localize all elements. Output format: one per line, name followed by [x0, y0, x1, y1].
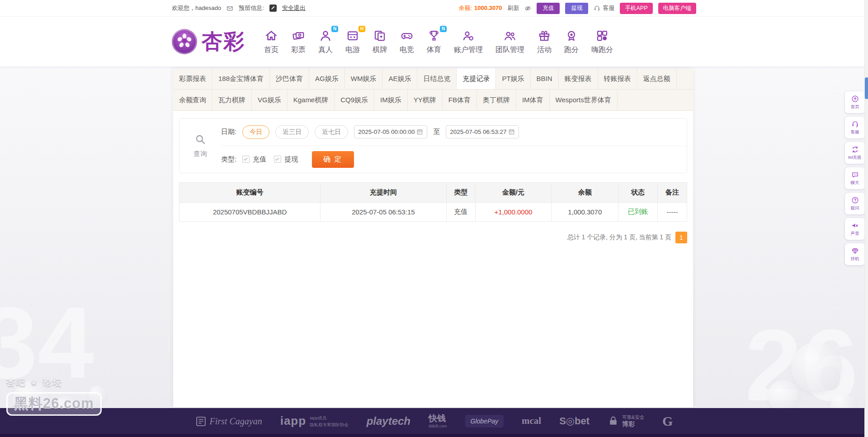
mobile-app-button[interactable]: 手机APP — [620, 3, 652, 14]
type-option[interactable]: 提现 — [274, 155, 298, 164]
tab[interactable]: 188金宝博体育 — [212, 68, 270, 89]
watermark-left-text: 杏吧 — [6, 377, 26, 389]
nav-item[interactable]: 棋牌 — [366, 29, 393, 55]
edit-icon[interactable] — [269, 5, 277, 12]
partner-logo: iapp iapp成员 隐私权专家国际协会 — [280, 414, 349, 428]
withdraw-button[interactable]: 提现 — [565, 3, 588, 14]
tab[interactable]: Kgame棋牌 — [288, 90, 335, 110]
tab[interactable]: 沙巴体育 — [270, 68, 309, 89]
checkbox[interactable] — [242, 156, 250, 163]
tab[interactable]: PT娱乐 — [496, 68, 530, 89]
nav-item[interactable]: 电竞 — [393, 29, 420, 55]
calendar-icon[interactable] — [508, 128, 515, 135]
tab[interactable]: 转账报表 — [598, 68, 637, 89]
tab[interactable]: BBIN — [531, 68, 559, 89]
table-row: 20250705VBDBBJJABD 2025-07-05 06:53:15 充… — [179, 203, 687, 222]
tab[interactable]: AG娱乐 — [309, 68, 345, 89]
cell-note: ----- — [657, 203, 687, 222]
topbar: 欢迎您，hadesado 预留信息: 安全退出 余额:1000.3070 刷新 … — [0, 0, 868, 17]
nav-item[interactable]: 跑分 — [558, 29, 585, 55]
date-from-input[interactable]: 2025-07-05 00:00:00 — [354, 125, 427, 138]
tab[interactable]: YY棋牌 — [408, 90, 443, 110]
tab[interactable]: CQ9娱乐 — [335, 90, 374, 110]
mail-icon[interactable] — [226, 5, 233, 12]
customer-service-link[interactable]: 客服 — [594, 4, 614, 12]
nav-item-label: 彩票 — [291, 45, 306, 55]
nav-item[interactable]: H 电游 — [339, 29, 366, 55]
tab[interactable]: 彩票报表 — [173, 68, 212, 89]
tab[interactable]: 充提记录 — [457, 68, 496, 89]
records-table: 账变编号充提时间类型金额/元余额状态备注 20250705VBDBBJJABD … — [179, 182, 687, 222]
nav-item[interactable]: 活动 — [531, 29, 558, 55]
tab[interactable]: Wesports世界体育 — [550, 90, 618, 110]
floating-sidebar: 首页 客服 IM充值 聊天 疑问 声音 — [845, 91, 865, 265]
nav-item[interactable]: 首页 — [258, 29, 285, 55]
tab[interactable]: 余额查询 — [173, 90, 212, 110]
deposit-button[interactable]: 充值 — [537, 3, 560, 14]
home-icon — [264, 29, 278, 43]
table-header: 金额/元 — [475, 183, 551, 203]
tab[interactable]: AE娱乐 — [382, 68, 417, 89]
date-to-input[interactable]: 2025-07-05 06:53:27 — [446, 125, 519, 138]
tab[interactable]: WM娱乐 — [345, 68, 383, 89]
nav-item[interactable]: 账户管理 — [448, 29, 489, 55]
checkbox[interactable] — [274, 156, 281, 163]
sports-icon — [427, 29, 441, 43]
tab[interactable]: IM娱乐 — [374, 90, 408, 110]
nav-badge: H — [359, 26, 365, 32]
tab[interactable]: 奥丁棋牌 — [477, 90, 516, 110]
brand-name: 杏彩 — [202, 28, 245, 56]
sidebar-button[interactable]: 疑问 — [845, 193, 865, 214]
nav-item-label: 团队管理 — [495, 45, 524, 55]
page-scrollbar[interactable] — [864, 0, 868, 437]
nav-item-label: 电游 — [345, 45, 360, 55]
scrollbar-thumb[interactable] — [865, 77, 868, 99]
nav-badge: N — [331, 26, 338, 32]
nav-item-label: 棋牌 — [373, 45, 387, 55]
date-label: 日期: — [221, 128, 236, 136]
tab[interactable]: 瓦力棋牌 — [212, 90, 252, 110]
nav-item[interactable]: 嗨跑分 — [585, 29, 619, 55]
tab[interactable]: 日结总览 — [417, 68, 457, 89]
confirm-button[interactable]: 确 定 — [312, 151, 354, 168]
brand-logo[interactable]: 杏彩 — [172, 28, 245, 56]
nav-item[interactable]: N 体育 — [420, 29, 448, 55]
sidebar-button-label: 声音 — [851, 230, 859, 236]
tab[interactable]: 账变报表 — [559, 68, 598, 89]
sidebar-button[interactable]: 客服 — [845, 117, 865, 138]
tab[interactable]: FB体育 — [443, 90, 477, 110]
type-option[interactable]: 充值 — [242, 155, 266, 164]
balance: 余额:1000.3070 — [458, 4, 502, 12]
nav-item[interactable]: 彩票 — [285, 29, 312, 55]
nav-item[interactable]: 团队管理 — [489, 29, 531, 55]
pc-client-button[interactable]: 电脑客户端 — [658, 3, 697, 14]
lock-icon — [608, 415, 619, 427]
refresh-link[interactable]: 刷新 — [507, 4, 519, 12]
flower-ornament-icon: ❀ — [31, 379, 38, 387]
live-icon — [319, 29, 332, 43]
tab[interactable]: VG娱乐 — [252, 90, 288, 110]
check-icon — [275, 157, 279, 161]
eye-off-icon[interactable] — [524, 5, 531, 12]
date-from-value: 2025-07-05 00:00:00 — [358, 128, 415, 135]
table-header: 状态 — [618, 183, 657, 203]
sidebar-button[interactable]: 聊天 — [845, 167, 865, 189]
sidebar-button[interactable]: 声音 — [845, 218, 865, 240]
page-1-button[interactable]: 1 — [675, 232, 687, 243]
logout-link[interactable]: 安全退出 — [282, 4, 306, 12]
main-navigation: 杏彩 首页 — [0, 17, 868, 66]
tab[interactable]: 返点总额 — [637, 68, 677, 89]
table-body: 20250705VBDBBJJABD 2025-07-05 06:53:15 充… — [179, 203, 687, 222]
date-preset-button[interactable]: 今日 — [242, 125, 269, 139]
sidebar-button[interactable]: 首页 — [845, 91, 865, 113]
nav-item[interactable]: N 真人 — [312, 29, 339, 55]
type-label: 类型: — [221, 155, 236, 164]
date-preset-button[interactable]: 近三日 — [275, 125, 309, 139]
calendar-icon[interactable] — [416, 128, 423, 135]
date-preset-button[interactable]: 近七日 — [315, 125, 348, 139]
table-header: 账变编号 — [179, 183, 321, 203]
sidebar-button[interactable]: IM充值 — [845, 142, 865, 164]
sidebar-button[interactable]: 挂机 — [845, 243, 865, 265]
tab[interactable]: IM体育 — [516, 90, 550, 110]
nav-item-label: 账户管理 — [454, 45, 483, 55]
